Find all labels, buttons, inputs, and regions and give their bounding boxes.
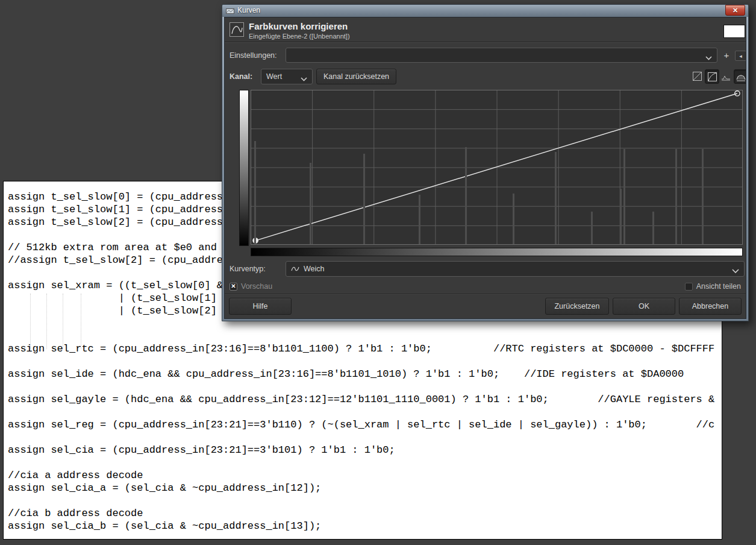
curves-dialog: Kurven ✕ Farbkurven korrigieren Eingefüg… (222, 4, 749, 321)
window-icon (226, 7, 234, 17)
smooth-curve-icon (291, 266, 299, 272)
add-preset-button[interactable]: + (721, 49, 732, 60)
indent-guide (46, 294, 47, 349)
value-gradient-horizontal (251, 248, 743, 256)
channel-value: Wert (266, 72, 282, 81)
curve-smooth-toggle[interactable] (705, 69, 719, 84)
histogram-spike (623, 149, 625, 244)
indent-guide (30, 294, 31, 349)
curve-type-label: Kurventyp: (230, 265, 266, 273)
histogram-log-toggle[interactable] (734, 69, 746, 84)
histogram-spike (363, 154, 365, 244)
histogram-spike (310, 163, 311, 244)
histogram-spike (254, 141, 256, 244)
histogram-spike (465, 147, 467, 244)
layer-thumbnail (723, 25, 745, 38)
gimp-canvas: assign t_sel_slow[0] = (cpu_address assi… (0, 0, 756, 545)
chevron-down-icon (705, 54, 712, 62)
histogram-linear-toggle[interactable] (719, 69, 733, 83)
curve-line (255, 93, 737, 241)
chevron-down-icon (732, 267, 739, 276)
split-view-checkbox[interactable] (685, 283, 693, 291)
preview-label: Vorschau (241, 282, 272, 291)
histogram-spike (591, 212, 593, 244)
dialog-title: Farbkurven korrigieren (249, 21, 348, 31)
indent-guide (63, 294, 63, 349)
window-title: Kurven (237, 6, 260, 14)
action-separator (225, 294, 746, 295)
histogram-spike (555, 152, 557, 244)
histogram-spike (620, 189, 622, 244)
settings-combobox[interactable] (286, 48, 717, 63)
histogram-spike (652, 212, 654, 244)
indent-guide (81, 294, 81, 349)
curve-grid[interactable] (251, 90, 743, 245)
close-button[interactable]: ✕ (725, 5, 745, 16)
dialog-body: Farbkurven korrigieren Eingefügte Ebene-… (224, 17, 746, 319)
curve-svg (251, 90, 742, 244)
channel-reset-button[interactable]: Kanal zurücksetzen (316, 69, 396, 84)
value-gradient-vertical (239, 90, 249, 246)
channel-select[interactable]: Wert (261, 69, 313, 84)
preview-checkbox[interactable]: ✕ (230, 283, 237, 291)
histogram-spike (513, 194, 514, 244)
help-button[interactable]: Hilfe (229, 298, 292, 315)
curves-tool-icon (230, 22, 244, 37)
preset-menu-button[interactable]: ◂ (735, 51, 746, 61)
histogram-spike (419, 195, 420, 244)
dialog-subtitle: Eingefügte Ebene-2 ([Unbenannt]) (249, 33, 350, 40)
cancel-button[interactable]: Abbrechen (679, 298, 742, 315)
titlebar[interactable]: Kurven ✕ (222, 5, 748, 17)
channel-label: Kanal: (230, 72, 252, 81)
reset-button[interactable]: Zurücksetzen (545, 298, 609, 315)
split-view-label: Ansicht teilen (696, 282, 741, 291)
chevron-down-icon (301, 75, 307, 83)
histogram-spike (702, 149, 704, 244)
curve-type-value: Weich (304, 265, 325, 273)
header-separator (225, 42, 746, 43)
curve-type-select[interactable]: Weich (286, 261, 745, 277)
histogram-spike (675, 149, 677, 244)
settings-label: Einstellungen: (230, 51, 277, 60)
ok-button[interactable]: OK (613, 298, 675, 315)
curve-linear-toggle[interactable] (690, 69, 704, 83)
